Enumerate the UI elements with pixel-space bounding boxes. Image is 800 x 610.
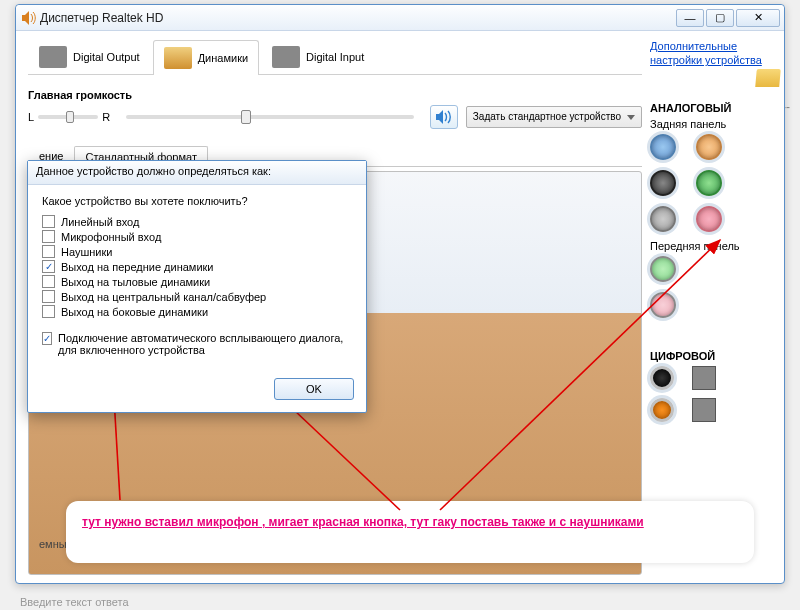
balance-thumb[interactable] bbox=[66, 111, 74, 123]
jack-front-mic[interactable] bbox=[650, 292, 676, 318]
volume-group: Главная громкость L R Задать стандартное… bbox=[28, 89, 642, 129]
option-side-speakers[interactable]: Выход на боковые динамики bbox=[42, 305, 352, 318]
digital-input-icon bbox=[272, 46, 300, 68]
option-label: Выход на боковые динамики bbox=[61, 306, 208, 318]
tab-label: Digital Output bbox=[73, 51, 140, 63]
option-mic-in[interactable]: Микрофонный вход bbox=[42, 230, 352, 243]
jack-rear[interactable] bbox=[650, 170, 676, 196]
window-title: Диспетчер Realtek HD bbox=[40, 11, 676, 25]
auto-popup-checkbox[interactable] bbox=[42, 332, 52, 345]
back-panel-jacks bbox=[650, 130, 772, 240]
back-panel-label: Задняя панель bbox=[650, 118, 772, 130]
option-label: Наушники bbox=[61, 246, 112, 258]
checkbox[interactable] bbox=[42, 275, 55, 288]
option-label: Микрофонный вход bbox=[61, 231, 161, 243]
option-label: Выход на тыловые динамики bbox=[61, 276, 210, 288]
auto-popup-label: Подключение автоматического всплывающего… bbox=[58, 332, 352, 356]
balance-left-label: L bbox=[28, 111, 34, 123]
advanced-settings-link[interactable]: Дополнительные настройки устройства bbox=[650, 39, 772, 68]
option-line-in[interactable]: Линейный вход bbox=[42, 215, 352, 228]
user-annotation-bubble: тут нужно вставил микрофон , мигает крас… bbox=[66, 501, 754, 563]
front-panel-label: Передняя панель bbox=[650, 240, 772, 252]
side-panel: Дополнительные настройки устройства АНАЛ… bbox=[642, 39, 772, 575]
digital-heading: ЦИФРОВОЙ bbox=[650, 350, 772, 362]
mute-button[interactable] bbox=[430, 105, 458, 129]
tab-digital-input[interactable]: Digital Input bbox=[261, 39, 375, 74]
checkbox[interactable] bbox=[42, 245, 55, 258]
option-label: Выход на передние динамики bbox=[61, 261, 214, 273]
annotation-text: тут нужно вставил микрофон , мигает крас… bbox=[82, 515, 644, 529]
default-device-label: Задать стандартное устройство bbox=[473, 111, 621, 123]
jack-mic[interactable] bbox=[696, 206, 722, 232]
jack-optical-in[interactable] bbox=[692, 398, 716, 422]
jack-center-sub[interactable] bbox=[696, 134, 722, 160]
option-headphones[interactable]: Наушники bbox=[42, 245, 352, 258]
jack-front-headphone[interactable] bbox=[650, 256, 676, 282]
device-tabs: Digital Output Динамики Digital Input bbox=[28, 39, 642, 75]
balance-right-label: R bbox=[102, 111, 110, 123]
tab-label: Динамики bbox=[198, 52, 248, 64]
volume-thumb[interactable] bbox=[241, 110, 251, 124]
option-front-speakers[interactable]: Выход на передние динамики bbox=[42, 260, 352, 273]
checkbox[interactable] bbox=[42, 260, 55, 273]
jack-optical-out[interactable] bbox=[692, 366, 716, 390]
jack-spdif-in[interactable] bbox=[650, 398, 674, 422]
speaker-icon bbox=[20, 10, 36, 26]
speakers-icon bbox=[164, 47, 192, 69]
digital-jacks bbox=[650, 366, 772, 422]
ok-button[interactable]: OK bbox=[274, 378, 354, 400]
chevron-down-icon bbox=[627, 115, 635, 120]
maximize-button[interactable]: ▢ bbox=[706, 9, 734, 27]
tab-digital-output[interactable]: Digital Output bbox=[28, 39, 151, 74]
device-detection-dialog: Данное устройство должно определяться ка… bbox=[27, 160, 367, 413]
tab-speakers[interactable]: Динамики bbox=[153, 40, 259, 75]
close-button[interactable]: ✕ bbox=[736, 9, 780, 27]
front-panel-jacks bbox=[650, 252, 772, 326]
jack-line-in[interactable] bbox=[650, 134, 676, 160]
analog-heading: АНАЛОГОВЫЙ bbox=[650, 102, 772, 114]
digital-output-icon bbox=[39, 46, 67, 68]
checkbox[interactable] bbox=[42, 230, 55, 243]
option-label: Линейный вход bbox=[61, 216, 139, 228]
reply-input-placeholder[interactable]: Введите текст ответа bbox=[20, 596, 129, 608]
checkbox[interactable] bbox=[42, 215, 55, 228]
volume-heading: Главная громкость bbox=[28, 89, 642, 101]
balance-control[interactable]: L R bbox=[28, 111, 110, 123]
checkbox[interactable] bbox=[42, 290, 55, 303]
volume-slider[interactable] bbox=[126, 115, 414, 119]
set-default-device-button[interactable]: Задать стандартное устройство bbox=[466, 106, 642, 128]
option-rear-speakers[interactable]: Выход на тыловые динамики bbox=[42, 275, 352, 288]
jack-front-out[interactable] bbox=[696, 170, 722, 196]
folder-icon[interactable] bbox=[755, 69, 781, 87]
jack-spdif-out[interactable] bbox=[650, 366, 674, 390]
dialog-title[interactable]: Данное устройство должно определяться ка… bbox=[28, 161, 366, 185]
titlebar[interactable]: Диспетчер Realtek HD — ▢ ✕ bbox=[16, 5, 784, 31]
sound-icon bbox=[435, 109, 453, 125]
minimize-button[interactable]: — bbox=[676, 9, 704, 27]
option-center-sub[interactable]: Выход на центральный канал/сабвуфер bbox=[42, 290, 352, 303]
checkbox[interactable] bbox=[42, 305, 55, 318]
tab-label: Digital Input bbox=[306, 51, 364, 63]
dialog-question: Какое устройство вы хотете поключить? bbox=[42, 195, 352, 207]
option-label: Выход на центральный канал/сабвуфер bbox=[61, 291, 266, 303]
jack-side[interactable] bbox=[650, 206, 676, 232]
